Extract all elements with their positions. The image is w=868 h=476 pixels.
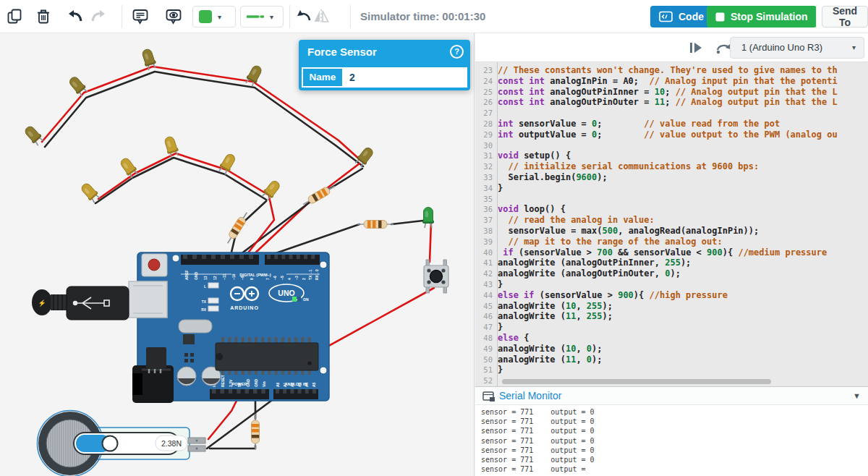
- led-green[interactable]: [422, 208, 434, 229]
- led-gold[interactable]: [163, 135, 180, 158]
- toolbar-separator: [350, 5, 351, 28]
- code-line[interactable]: 26const int analogOutPinOuter = 11; // A…: [475, 97, 868, 108]
- force-slider-knob[interactable]: [103, 436, 118, 451]
- notes-button[interactable]: [130, 7, 150, 27]
- delete-button[interactable]: [33, 7, 54, 27]
- code-text: analogWrite (11, 0);: [498, 354, 603, 365]
- force-sensor[interactable]: 2.38N: [38, 411, 206, 476]
- code-line[interactable]: 45analogWrite (10, 255);: [475, 301, 868, 312]
- wire-red[interactable]: [208, 395, 239, 439]
- serial-monitor-output[interactable]: sensor = 771 output = 0sensor = 771 outp…: [475, 405, 868, 476]
- code-line[interactable]: 32 // initialize serial communications a…: [475, 161, 868, 172]
- code-line[interactable]: 35: [475, 194, 868, 205]
- usb-cable[interactable]: ⚡: [32, 286, 129, 320]
- pin-label: GND: [194, 272, 198, 281]
- code-line[interactable]: 25const int analogOutPinInner = 10; // A…: [475, 87, 868, 98]
- code-text: sensorValue = max(500, analogRead(analog…: [498, 226, 759, 237]
- dialog-header[interactable]: Force Sensor ?: [299, 40, 470, 64]
- chevron-down-icon: ▾: [270, 13, 273, 21]
- resistor[interactable]: [357, 221, 393, 229]
- pin-label: Vin: [262, 381, 266, 387]
- code-line[interactable]: 40 if (sensorValue > 700 && sensorValue …: [475, 247, 868, 258]
- code-line[interactable]: 33 Serial.begin(9600);: [475, 172, 868, 183]
- code-line[interactable]: 23// These constants won't change. They'…: [475, 65, 868, 76]
- code-line[interactable]: 38 sensorValue = max(500, analogRead(ana…: [475, 226, 868, 237]
- code-line[interactable]: 29int outputValue = 0; // value output t…: [475, 129, 868, 140]
- led-yellow[interactable]: [244, 64, 264, 88]
- wire-style-dropdown[interactable]: ▾: [240, 6, 284, 27]
- code-line[interactable]: 50analogWrite (11, 0);: [475, 354, 868, 365]
- code-line[interactable]: 42analogWrite (analogOutPinOuter, 0);: [475, 268, 868, 279]
- pin-label: A0: [276, 382, 280, 387]
- code-line[interactable]: 48else {: [475, 333, 868, 344]
- stop-simulation-button[interactable]: Stop Simulation: [707, 6, 817, 27]
- code-line[interactable]: 27: [475, 108, 868, 119]
- code-button[interactable]: Code: [650, 6, 712, 27]
- board-selector-dropdown[interactable]: 1 (Arduino Uno R3) ▾: [730, 37, 864, 59]
- line-number: 30: [475, 140, 498, 151]
- power-label: POWER: [232, 382, 247, 386]
- reset-button[interactable]: [142, 254, 167, 276]
- code-line[interactable]: 39 // map it to the range of the analog …: [475, 237, 868, 247]
- simulator-time: Simulator time: 00:01:30: [360, 0, 485, 33]
- led-yellow[interactable]: [22, 124, 45, 147]
- serial-monitor-header[interactable]: Serial Monitor ▼: [475, 386, 868, 405]
- code-text: void loop() {: [498, 204, 566, 215]
- led-yellow[interactable]: [140, 48, 158, 71]
- code-line[interactable]: 44else if (sensorValue > 900){ //high pr…: [475, 290, 868, 301]
- code-line[interactable]: 31void setup() {: [475, 150, 868, 161]
- chevron-down-icon[interactable]: ▼: [853, 387, 861, 405]
- line-number: 27: [475, 108, 498, 119]
- line-number: 39: [475, 237, 498, 247]
- on-led: [292, 297, 297, 302]
- name-input[interactable]: 2: [342, 69, 466, 86]
- toolbar-separator: [289, 5, 290, 28]
- code-line[interactable]: 47}: [475, 322, 868, 333]
- code-line[interactable]: 34}: [475, 183, 868, 194]
- code-line[interactable]: 30: [475, 140, 868, 151]
- undo-button[interactable]: [65, 7, 85, 27]
- code-line[interactable]: 36void loop() {: [475, 204, 868, 215]
- stop-button-label: Stop Simulation: [731, 11, 808, 22]
- code-line[interactable]: 43}: [475, 279, 868, 290]
- code-line[interactable]: 46analogWrite (11, 255);: [475, 311, 868, 322]
- code-line[interactable]: 28int sensorValue = 0; // value read fro…: [475, 119, 868, 129]
- code-line[interactable]: 37 // read the analog in value:: [475, 215, 868, 226]
- line-number: 29: [475, 129, 498, 140]
- debugger-button[interactable]: [687, 40, 705, 57]
- redo-button[interactable]: [88, 7, 109, 27]
- wire-black[interactable]: [210, 446, 255, 449]
- code-text: // read the analog in value:: [498, 215, 655, 226]
- help-icon[interactable]: ?: [450, 45, 464, 59]
- code-text: // map it to the range of the analog out…: [498, 237, 723, 247]
- resistor[interactable]: [224, 211, 250, 245]
- circuit-canvas[interactable]: AREFGND1312~11~10~987~6~54~32TX→1RX←0 DI…: [0, 33, 475, 476]
- code-text: }: [498, 279, 503, 290]
- code-editor[interactable]: 23// These constants won't change. They'…: [475, 62, 868, 386]
- line-number: 47: [475, 322, 498, 333]
- color-picker-dropdown[interactable]: ▾: [192, 6, 236, 27]
- pin-label: 4: [287, 278, 292, 280]
- wire-black[interactable]: [391, 221, 423, 224]
- resistor[interactable]: [252, 414, 260, 450]
- toolbar-separator: [816, 5, 817, 28]
- horizontal-scrollbar[interactable]: [502, 379, 771, 384]
- code-text: if (sensorValue > 700 && sensorValue < 9…: [498, 247, 827, 258]
- code-text: else {: [498, 333, 529, 344]
- wire-black[interactable]: [207, 396, 277, 449]
- led-yellow[interactable]: [67, 75, 90, 98]
- copy-paste-button[interactable]: [4, 7, 25, 27]
- send-to-button[interactable]: Send To: [822, 6, 868, 27]
- pushbutton[interactable]: [424, 260, 448, 293]
- code-text: analogWrite (11, 255);: [498, 311, 613, 322]
- wire-red[interactable]: [430, 222, 431, 262]
- code-line[interactable]: 24const int analogInPin = A0; // Analog …: [475, 76, 868, 87]
- analog-header[interactable]: [273, 389, 318, 399]
- label-visibility-button[interactable]: [163, 7, 184, 27]
- mirror-button[interactable]: [311, 7, 331, 27]
- code-line[interactable]: 49analogWrite (10, 0);: [475, 344, 868, 354]
- code-line[interactable]: 51}: [475, 365, 868, 375]
- code-line[interactable]: 41analogWrite (analogOutPinInner, 255);: [475, 258, 868, 268]
- arduino-uno-board[interactable]: AREFGND1312~11~10~987~6~54~32TX→1RX←0 DI…: [129, 252, 329, 403]
- pin-label: ~3: [294, 276, 299, 280]
